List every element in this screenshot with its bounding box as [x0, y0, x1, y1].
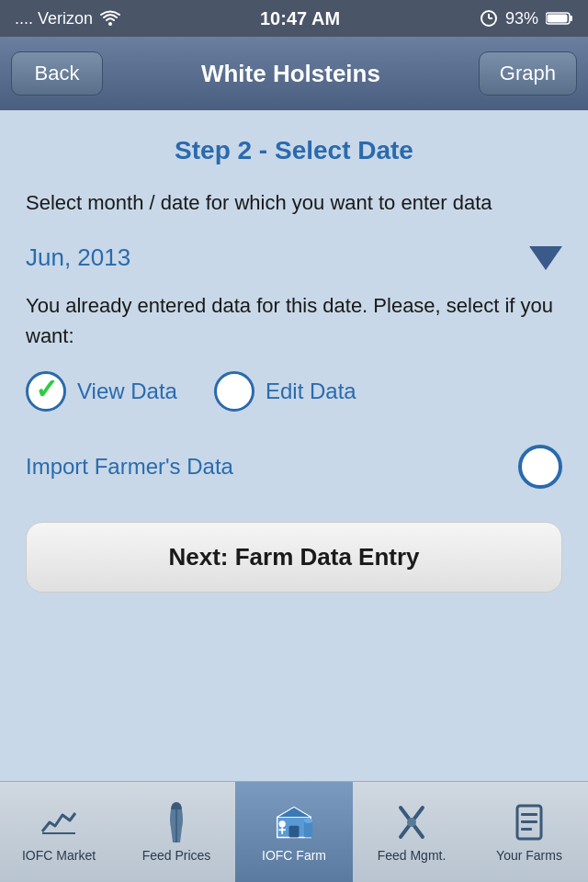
svg-rect-6 — [548, 15, 568, 23]
feed-prices-label: Feed Prices — [142, 848, 211, 863]
carrier-text: .... Verizon — [15, 9, 93, 28]
radio-options: ✓ View Data Edit Data — [26, 371, 562, 412]
step-title: Step 2 - Select Date — [26, 136, 562, 165]
date-row[interactable]: Jun, 2013 — [26, 243, 562, 272]
next-button[interactable]: Next: Farm Data Entry — [26, 522, 562, 593]
page-title: White Holsteins — [103, 60, 479, 88]
graph-button[interactable]: Graph — [479, 51, 577, 96]
tab-iofc-market[interactable]: IOFC Market — [0, 782, 118, 882]
view-data-radio[interactable]: ✓ — [26, 371, 66, 412]
svg-rect-12 — [289, 825, 300, 837]
tab-feed-mgmt[interactable]: Feed Mgmt. — [353, 782, 470, 882]
import-label: Import Farmer's Data — [26, 454, 233, 480]
clock-icon — [480, 9, 498, 28]
svg-rect-22 — [521, 813, 537, 816]
nav-bar: Back White Holsteins Graph — [0, 37, 588, 110]
notice-text: You already entered data for this date. … — [26, 290, 562, 351]
your-farms-icon — [509, 802, 549, 842]
edit-data-label: Edit Data — [266, 379, 356, 404]
svg-rect-23 — [521, 820, 537, 823]
svg-point-14 — [304, 818, 312, 823]
wifi-icon — [100, 10, 120, 27]
feed-mgmt-icon — [391, 802, 432, 842]
battery-percent: 93% — [505, 9, 538, 28]
svg-point-20 — [407, 818, 416, 827]
import-row: Import Farmer's Data — [26, 445, 562, 489]
svg-rect-5 — [570, 16, 572, 21]
feed-prices-icon — [156, 802, 197, 842]
status-bar: .... Verizon 10:47 AM 93% — [0, 0, 588, 37]
edit-data-option[interactable]: Edit Data — [214, 371, 356, 412]
tab-bar: IOFC Market Feed Prices — [0, 781, 588, 882]
view-data-label: View Data — [77, 379, 177, 404]
svg-rect-13 — [304, 820, 312, 837]
iofc-market-label: IOFC Market — [22, 848, 96, 863]
tab-iofc-farm[interactable]: IOFC Farm — [235, 782, 353, 882]
status-time: 10:47 AM — [260, 8, 340, 29]
svg-point-15 — [279, 820, 286, 827]
svg-rect-24 — [521, 828, 532, 831]
status-left: .... Verizon — [15, 9, 120, 28]
svg-point-0 — [108, 22, 112, 26]
import-toggle[interactable] — [518, 445, 562, 489]
tab-your-farms[interactable]: Your Farms — [470, 782, 588, 882]
iofc-farm-icon — [274, 802, 314, 842]
edit-data-radio[interactable] — [214, 371, 254, 412]
instruction-text: Select month / date for which you want t… — [26, 187, 562, 218]
main-content: Step 2 - Select Date Select month / date… — [0, 110, 588, 593]
dropdown-arrow-icon[interactable] — [529, 246, 562, 270]
iofc-market-icon — [39, 802, 79, 842]
checkmark-icon: ✓ — [35, 376, 58, 403]
tab-feed-prices[interactable]: Feed Prices — [118, 782, 235, 882]
back-button[interactable]: Back — [11, 51, 103, 96]
svg-marker-11 — [277, 807, 311, 817]
battery-icon — [546, 11, 573, 26]
date-label: Jun, 2013 — [26, 243, 130, 272]
status-right: 93% — [480, 9, 573, 28]
your-farms-label: Your Farms — [496, 848, 562, 863]
view-data-option[interactable]: ✓ View Data — [26, 371, 177, 412]
feed-mgmt-label: Feed Mgmt. — [378, 848, 447, 863]
iofc-farm-label: IOFC Farm — [262, 848, 326, 863]
